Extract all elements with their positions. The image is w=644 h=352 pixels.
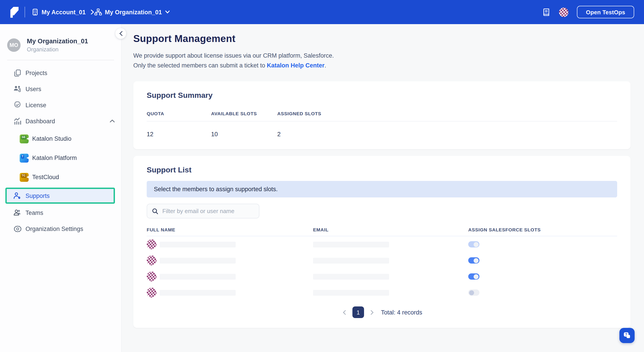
description-line-1: We provide support about license issues … — [133, 51, 644, 61]
help-button[interactable]: ? — [620, 328, 634, 343]
sidebar-item-projects[interactable]: Projects — [0, 65, 121, 81]
support-summary-title: Support Summary — [147, 91, 617, 100]
breadcrumb-organization-label: My Organization_01 — [105, 9, 162, 15]
col-assign-salesforce-slots: ASSIGN SALESFORCE SLOTS — [468, 227, 617, 232]
info-banner: Select the members to assign supported s… — [147, 181, 617, 197]
redacted-email-bar — [313, 290, 389, 296]
sidebar-item-label: Organization Settings — [26, 225, 83, 232]
breadcrumb-account[interactable]: My Account_01 — [32, 8, 86, 16]
support-summary-card: Support Summary QUOTA AVAILABLE SLOTS AS… — [133, 81, 630, 149]
summary-available-slots-value: 10 — [211, 131, 277, 138]
topbar-actions: Open TestOps — [542, 6, 634, 18]
sidebar-item-organization-settings[interactable]: Organization Settings — [0, 221, 121, 237]
member-avatar — [147, 288, 156, 298]
breadcrumb-separator-icon — [90, 9, 94, 15]
summary-assigned-slots-value: 2 — [277, 131, 617, 138]
sidebar-item-label: Teams — [26, 209, 44, 216]
salesforce-slot-toggle[interactable] — [468, 289, 480, 296]
redacted-name-bar — [160, 258, 236, 263]
sidebar-item-license[interactable]: License — [0, 97, 121, 113]
col-email: EMAIL — [313, 227, 468, 232]
testcloud-icon: TC — [20, 173, 28, 181]
summary-col-assigned-slots: ASSIGNED SLOTS — [277, 111, 617, 116]
katalon-studio-badge: SE — [21, 135, 26, 139]
table-row — [147, 236, 617, 252]
summary-header-row: QUOTA AVAILABLE SLOTS ASSIGNED SLOTS — [147, 111, 617, 116]
breadcrumb-account-label: My Account_01 — [42, 9, 86, 15]
katalon-logo-icon — [10, 6, 19, 18]
open-testops-label: Open TestOps — [586, 9, 625, 15]
katalon-help-center-link[interactable]: Katalon Help Center — [267, 62, 324, 69]
redacted-email-bar — [313, 274, 389, 279]
search-input[interactable] — [162, 208, 252, 214]
search-box — [147, 204, 260, 218]
sidebar-org-header: MO My Organization_01 Organization — [0, 24, 121, 53]
table-row — [147, 252, 617, 268]
summary-col-quota: QUOTA — [147, 111, 211, 116]
table-body — [147, 236, 617, 301]
sidebar-item-label: Supports — [26, 192, 50, 199]
sidebar-item-users[interactable]: Users — [0, 81, 121, 97]
table-header-row: FULL NAME EMAIL ASSIGN SALESFORCE SLOTS — [147, 227, 617, 232]
org-name: My Organization_01 — [27, 37, 88, 45]
sidebar-collapse-button[interactable] — [116, 28, 126, 39]
chevron-left-icon — [119, 31, 123, 36]
license-badge-icon — [14, 101, 22, 109]
table-row — [147, 285, 617, 301]
table-row — [147, 268, 617, 285]
next-page-button[interactable] — [370, 309, 375, 316]
summary-quota-value: 12 — [147, 131, 211, 138]
salesforce-slot-toggle[interactable] — [468, 241, 480, 247]
page-description: We provide support about license issues … — [133, 51, 644, 71]
sidebar-item-label: Katalon Platform — [32, 155, 77, 161]
projects-icon — [14, 69, 22, 77]
redacted-email-bar — [313, 258, 389, 263]
open-testops-button[interactable]: Open TestOps — [577, 6, 634, 18]
building-icon — [32, 8, 38, 16]
col-full-name: FULL NAME — [147, 227, 313, 232]
dashboard-icon — [14, 117, 22, 125]
current-page-button[interactable]: 1 — [352, 306, 364, 318]
sidebar-item-katalon-platform[interactable]: T Katalon Platform — [0, 148, 121, 168]
sidebar-item-testcloud[interactable]: TC TestCloud — [0, 168, 121, 187]
sidebar-item-label: License — [26, 102, 46, 108]
main-content: Support Management We provide support ab… — [122, 24, 644, 352]
sidebar-item-label: Users — [26, 86, 41, 92]
sidebar-item-teams[interactable]: Teams — [0, 205, 121, 221]
user-avatar[interactable] — [559, 7, 568, 17]
katalon-logo[interactable] — [10, 6, 19, 18]
info-banner-text: Select the members to assign supported s… — [154, 186, 278, 192]
sidebar-item-supports[interactable]: Supports — [5, 188, 115, 204]
documentation-button[interactable] — [542, 8, 550, 16]
sidebar-item-katalon-studio[interactable]: SE Katalon Studio — [0, 129, 121, 148]
gear-icon — [14, 225, 22, 233]
description-line-2: Only the selected members can submit a t… — [133, 61, 644, 71]
org-meta: My Organization_01 Organization — [27, 37, 88, 53]
redacted-name-bar — [160, 241, 236, 247]
app-root: My Account_01 My Organization_01 — [0, 0, 644, 352]
redacted-name-bar — [160, 274, 236, 279]
top-navbar: My Account_01 My Organization_01 — [0, 0, 644, 24]
sidebar-item-label: Katalon Studio — [32, 135, 72, 142]
chevron-up-icon — [110, 119, 115, 123]
org-avatar-initials: MO — [10, 42, 18, 48]
sidebar-item-dashboard[interactable]: Dashboard — [0, 113, 121, 129]
summary-value-row: 12 10 2 — [147, 131, 617, 138]
member-avatar — [147, 272, 156, 281]
supports-icon — [14, 192, 22, 200]
search-icon — [152, 208, 158, 214]
chevron-left-icon — [342, 310, 346, 315]
katalon-studio-icon: SE — [20, 134, 28, 143]
breadcrumb-organization[interactable]: My Organization_01 — [94, 8, 170, 16]
page-body: MO My Organization_01 Organization Proje… — [0, 24, 644, 352]
current-page-number: 1 — [356, 309, 360, 316]
salesforce-slot-toggle[interactable] — [468, 257, 480, 264]
summary-col-available-slots: AVAILABLE SLOTS — [211, 111, 277, 116]
previous-page-button[interactable] — [342, 309, 347, 316]
katalon-platform-badge: T — [21, 155, 24, 158]
book-icon — [542, 8, 550, 16]
summary-divider — [147, 121, 617, 122]
salesforce-slot-toggle[interactable] — [468, 273, 480, 280]
sidebar: MO My Organization_01 Organization Proje… — [0, 24, 122, 352]
support-list-card: Support List Select the members to assig… — [133, 156, 630, 328]
